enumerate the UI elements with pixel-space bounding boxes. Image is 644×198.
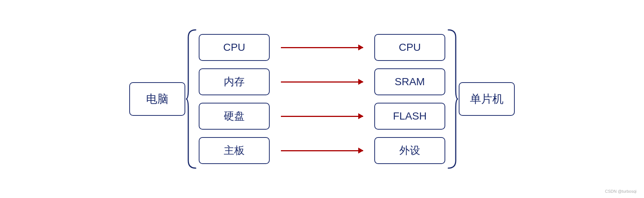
- arrow-row-3: [281, 137, 363, 164]
- left-item-0-label: CPU: [223, 41, 245, 53]
- right-column: CPU SRAM FLASH 外设: [374, 34, 445, 164]
- left-column: CPU 内存 硬盘 主板: [199, 34, 270, 164]
- arrow-1: [281, 81, 363, 83]
- arrow-row-0: [281, 34, 363, 61]
- right-item-3-label: 外设: [399, 143, 420, 158]
- arrow-2: [281, 116, 363, 117]
- right-item-2-label: FLASH: [393, 110, 427, 122]
- arrow-0: [281, 47, 363, 48]
- diandnao-label: 电脑: [146, 92, 168, 107]
- watermark: CSDN @turbosqi: [605, 189, 637, 194]
- danpianji-label: 单片机: [470, 92, 504, 107]
- right-item-0: CPU: [374, 34, 445, 61]
- arrows-section: [281, 34, 363, 164]
- arrow-row-1: [281, 68, 363, 95]
- main-diagram: 电脑 CPU 内存 硬盘 主板: [129, 30, 515, 168]
- danpianji-box: 单片机: [459, 82, 515, 116]
- diandnao-box: 电脑: [129, 82, 185, 116]
- left-item-1-label: 内存: [224, 75, 245, 89]
- arrow-3: [281, 150, 363, 151]
- left-item-2: 硬盘: [199, 103, 270, 130]
- right-item-1-label: SRAM: [395, 76, 425, 88]
- left-item-3-label: 主板: [224, 143, 245, 158]
- right-item-1: SRAM: [374, 68, 445, 95]
- left-item-3: 主板: [199, 137, 270, 164]
- right-brace: [445, 30, 459, 168]
- right-item-0-label: CPU: [399, 41, 421, 53]
- left-item-0: CPU: [199, 34, 270, 61]
- left-brace: [185, 30, 199, 168]
- left-item-1: 内存: [199, 68, 270, 95]
- right-item-2: FLASH: [374, 103, 445, 130]
- arrow-row-2: [281, 103, 363, 130]
- right-item-3: 外设: [374, 137, 445, 164]
- left-item-2-label: 硬盘: [224, 109, 245, 123]
